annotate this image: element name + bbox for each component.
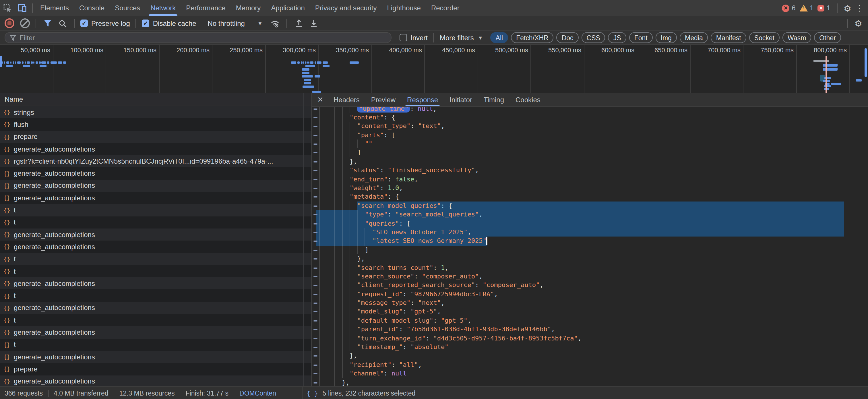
throttling-select[interactable]: No throttling	[208, 19, 245, 27]
filter-pill-css[interactable]: CSS	[582, 32, 606, 43]
close-detail-icon[interactable]: ✕	[315, 95, 326, 104]
tab-elements[interactable]: Elements	[35, 0, 74, 16]
preserve-log-label[interactable]: Preserve log	[91, 19, 130, 27]
network-overview[interactable]: 50,000 ms100,000 ms150,000 ms200,000 ms2…	[0, 45, 868, 94]
device-toolbar-icon[interactable]	[15, 2, 30, 14]
filter-pill-fetchxhr[interactable]: Fetch/XHR	[511, 32, 554, 43]
throttling-dropdown-arrow-icon[interactable]: ▼	[257, 20, 262, 26]
invert-checkbox[interactable]	[400, 34, 407, 41]
warning-badge[interactable]: 1	[799, 5, 813, 11]
fold-marker-icon[interactable]	[313, 179, 317, 180]
request-row[interactable]: {}generate_autocompletions	[0, 326, 311, 339]
format-braces-icon[interactable]: { }	[307, 390, 318, 397]
response-code-viewer[interactable]: "update_time": null, "content": { "conte…	[312, 107, 868, 387]
fold-marker-icon[interactable]	[313, 134, 317, 136]
name-column-header[interactable]: Name	[5, 95, 23, 103]
detail-tab-preview[interactable]: Preview	[365, 93, 401, 106]
request-row[interactable]: {}t	[0, 216, 311, 228]
fold-marker-icon[interactable]	[313, 161, 317, 162]
tab-application[interactable]: Application	[266, 0, 310, 16]
fold-marker-icon[interactable]	[313, 206, 317, 207]
filter-input[interactable]: Filter	[5, 32, 392, 43]
request-row[interactable]: {}t	[0, 265, 311, 278]
detail-tab-cookies[interactable]: Cookies	[510, 93, 546, 106]
filter-pill-socket[interactable]: Socket	[749, 32, 780, 43]
more-filters-arrow-icon[interactable]: ▼	[478, 35, 483, 40]
export-har-icon[interactable]	[308, 18, 319, 29]
tab-lighthouse[interactable]: Lighthouse	[382, 0, 426, 16]
request-row[interactable]: {}rgstr?k=client-nb0qtYIZuy2tCMN5s5ncnul…	[0, 155, 311, 167]
request-row[interactable]: {}generate_autocompletions	[0, 302, 311, 314]
overview-scrollbar[interactable]	[865, 48, 867, 77]
inspect-element-icon[interactable]	[0, 2, 15, 14]
fold-marker-icon[interactable]	[313, 170, 317, 171]
fold-marker-icon[interactable]	[313, 108, 317, 110]
fold-marker-icon[interactable]	[313, 117, 317, 118]
request-row[interactable]: {}generate_autocompletions	[0, 241, 311, 253]
fold-marker-icon[interactable]	[313, 223, 317, 224]
filter-pill-manifest[interactable]: Manifest	[711, 32, 746, 43]
tab-network[interactable]: Network	[145, 0, 181, 16]
settings-gear-icon[interactable]: ⚙	[844, 4, 851, 12]
request-row[interactable]: {}strings	[0, 106, 311, 119]
fold-marker-icon[interactable]	[313, 276, 317, 277]
filter-pill-wasm[interactable]: Wasm	[782, 32, 811, 43]
request-row[interactable]: {}generate_autocompletions	[0, 351, 311, 363]
filter-pill-all[interactable]: All	[491, 32, 508, 43]
fold-marker-icon[interactable]	[313, 214, 317, 215]
tab-privacy-and-security[interactable]: Privacy and security	[310, 0, 382, 16]
more-filters-button[interactable]: More filters	[440, 34, 474, 42]
request-row[interactable]: {}prepare	[0, 131, 311, 143]
fold-marker-icon[interactable]	[313, 196, 317, 198]
request-row[interactable]: {}generate_autocompletions	[0, 228, 311, 241]
fold-marker-icon[interactable]	[313, 347, 317, 348]
network-settings-gear-icon[interactable]: ⚙	[855, 19, 862, 28]
request-list-header[interactable]: Name	[0, 93, 311, 106]
tab-performance[interactable]: Performance	[181, 0, 230, 16]
request-row[interactable]: {}generate_autocompletions	[0, 192, 311, 204]
more-options-kebab-icon[interactable]: ⋮	[856, 3, 863, 12]
filter-pill-media[interactable]: Media	[680, 32, 708, 43]
fold-marker-icon[interactable]	[313, 285, 317, 286]
filter-pill-font[interactable]: Font	[629, 32, 653, 43]
request-row[interactable]: {}generate_autocompletions	[0, 180, 311, 192]
fold-marker-icon[interactable]	[313, 373, 317, 374]
request-row[interactable]: {}generate_autocompletions	[0, 277, 311, 289]
fold-marker-icon[interactable]	[313, 311, 317, 313]
fold-marker-icon[interactable]	[313, 303, 317, 304]
issues-badge[interactable]: ✕ 1	[817, 5, 830, 11]
clear-button[interactable]	[20, 19, 30, 28]
fold-marker-icon[interactable]	[313, 250, 317, 251]
filter-pill-js[interactable]: JS	[608, 32, 626, 43]
request-row[interactable]: {}generate_autocompletions	[0, 167, 311, 180]
tab-recorder[interactable]: Recorder	[426, 0, 465, 16]
request-row[interactable]: {}t	[0, 253, 311, 265]
filter-pill-img[interactable]: Img	[656, 32, 677, 43]
request-row[interactable]: {}generate_autocompletions	[0, 143, 311, 155]
tab-sources[interactable]: Sources	[110, 0, 145, 16]
network-conditions-icon[interactable]	[270, 18, 281, 29]
disable-cache-label[interactable]: Disable cache	[153, 19, 196, 27]
fold-marker-icon[interactable]	[313, 258, 317, 259]
filter-toggle-icon[interactable]	[42, 18, 53, 29]
fold-marker-icon[interactable]	[313, 382, 317, 383]
request-row[interactable]: {}prepare	[0, 363, 311, 375]
filter-pill-doc[interactable]: Doc	[557, 32, 579, 43]
request-row[interactable]: {}t	[0, 338, 311, 351]
request-row[interactable]: {}flush	[0, 119, 311, 131]
fold-marker-icon[interactable]	[313, 356, 317, 357]
request-row[interactable]: {}generate_autocompletions	[0, 375, 311, 387]
tab-console[interactable]: Console	[74, 0, 110, 16]
fold-marker-icon[interactable]	[313, 144, 317, 145]
detail-tab-response[interactable]: Response	[401, 93, 444, 106]
import-har-icon[interactable]	[293, 18, 305, 29]
record-button[interactable]	[5, 19, 14, 28]
fold-marker-icon[interactable]	[313, 329, 317, 330]
fold-marker-icon[interactable]	[313, 267, 317, 268]
fold-marker-icon[interactable]	[313, 152, 317, 154]
fold-marker-icon[interactable]	[313, 320, 317, 321]
request-row[interactable]: {}t	[0, 204, 311, 216]
detail-tab-initiator[interactable]: Initiator	[444, 93, 478, 106]
fold-marker-icon[interactable]	[313, 188, 317, 189]
detail-tab-headers[interactable]: Headers	[328, 93, 365, 106]
